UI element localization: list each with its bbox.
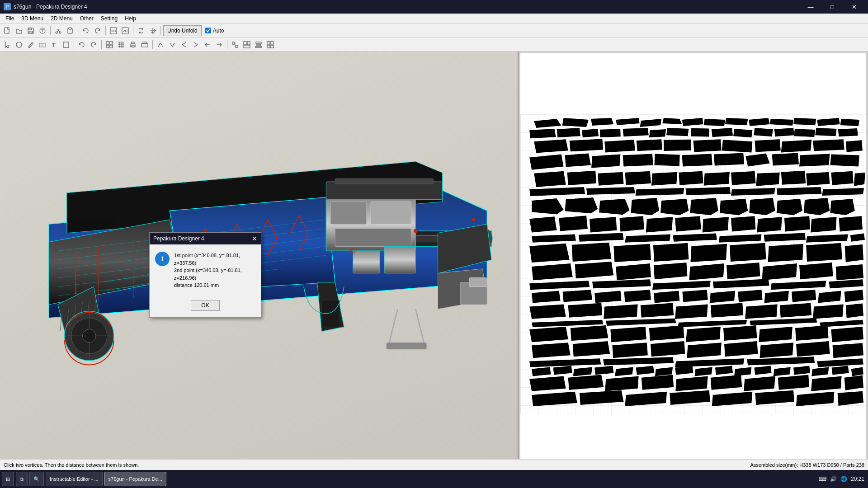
tb2-text[interactable]: T [49,39,60,50]
tb2-undo2[interactable] [76,39,87,50]
svg-marker-251 [813,305,843,319]
svg-rect-122 [600,129,621,137]
tb2-fold-right[interactable] [190,39,201,50]
tb2-arrow-left[interactable] [202,39,213,50]
tb2-arrange[interactable] [265,39,276,50]
2d-panel[interactable] [518,52,868,477]
svg-marker-249 [745,305,777,319]
status-right: Assembled size(mm): H338 W173 D950 / Par… [750,462,865,468]
dialog-close-button[interactable]: ✕ [252,235,257,242]
tb-new[interactable] [2,25,13,36]
menu-help[interactable]: Help [121,14,140,23]
dialog-footer: OK [150,296,261,317]
svg-marker-157 [567,171,596,185]
tb2-grid[interactable] [104,39,115,50]
svg-marker-244 [568,303,602,318]
tb2-arrow-right[interactable] [214,39,225,50]
tb2-redo2[interactable] [88,39,99,50]
tb-export[interactable] [37,25,48,36]
menu-3dmenu[interactable]: 3D Menu [18,14,47,23]
svg-marker-259 [571,325,609,341]
svg-marker-150 [682,154,712,166]
taskview-button[interactable]: ⧉ [16,472,28,486]
tb-cut[interactable] [53,25,64,36]
tb2-scale[interactable] [230,39,241,50]
svg-rect-35 [142,43,148,47]
dialog-body: i 1st point (x=340.08, y=-81.81, z=337.5… [150,244,261,296]
svg-marker-258 [529,327,568,342]
tb2-eraser[interactable] [37,39,48,50]
svg-marker-272 [724,341,758,357]
tb2-circle[interactable] [14,39,24,50]
svg-rect-45 [256,42,261,43]
tb-paste[interactable] [65,25,75,36]
svg-marker-158 [598,172,623,186]
svg-marker-148 [623,154,653,166]
svg-marker-211 [690,244,727,262]
auto-checkbox[interactable] [205,28,211,33]
tb2-multi-grid[interactable] [116,39,127,50]
tb2-pen[interactable] [25,39,36,50]
separator2 [78,26,78,35]
tb-rotate[interactable] [136,25,146,36]
tb2-print-all[interactable] [139,39,150,50]
dialog-title: Pepakura Designer 4 [153,235,204,242]
close-button[interactable]: ✕ [844,0,864,14]
svg-marker-127 [712,128,733,137]
menu-2dmenu[interactable]: 2D Menu [47,14,76,23]
menu-file[interactable]: File [2,14,18,23]
svg-marker-267 [532,343,571,358]
tb-save[interactable] [25,25,36,36]
svg-marker-154 [799,154,830,166]
tb-2d-view[interactable]: 2D [120,25,131,36]
svg-rect-36 [143,42,146,43]
tb2-box[interactable] [61,39,71,50]
svg-marker-196 [784,216,810,231]
separator5 [160,26,161,35]
taskbar-item-1[interactable]: s76gun - Pepakura De... [104,472,166,486]
network-icon: 🌐 [840,476,847,482]
tb2-fold-down[interactable] [167,39,178,50]
svg-marker-213 [768,244,804,262]
svg-marker-156 [534,171,566,187]
search-button[interactable]: 🔍 [29,472,44,486]
svg-marker-214 [806,243,842,262]
start-button[interactable]: ⊞ [2,472,14,486]
tb-undo[interactable] [80,25,91,36]
maximize-button[interactable]: □ [822,0,843,14]
svg-rect-39 [232,42,235,44]
svg-marker-165 [781,171,806,185]
tb-move[interactable] [147,25,158,36]
dialog-ok-button[interactable]: OK [191,300,220,311]
undo-unfold-button[interactable]: Undo Unfold [163,25,202,36]
svg-marker-146 [565,153,591,167]
tb2-parts[interactable] [241,39,252,50]
svg-marker-250 [780,303,811,318]
taskbar-item-0[interactable]: Instructable Editor - ... [46,472,103,486]
svg-marker-177 [565,197,598,213]
status-left: Click two vertices. Then the distance be… [4,462,139,468]
svg-marker-144 [846,140,863,152]
svg-marker-247 [675,305,708,319]
tb2-select[interactable] [2,39,13,50]
tb2-fold-left[interactable] [179,39,189,50]
tb2-fold-up[interactable] [155,39,166,50]
svg-rect-2 [29,28,32,30]
svg-marker-210 [653,243,689,262]
2d-panel-inner[interactable] [520,53,866,475]
3d-view[interactable]: Pepakura Designer 4 ✕ i 1st point (x=340… [0,52,518,477]
dialog-line3: distance 120.61 mm [174,282,255,289]
minimize-button[interactable]: — [800,0,821,14]
svg-point-92 [82,329,96,343]
svg-rect-42 [244,42,247,45]
tb-open[interactable] [14,25,24,36]
tb-3d-view[interactable]: 3D [108,25,119,36]
tb-redo[interactable] [92,25,103,36]
menu-other[interactable]: Other [76,14,97,23]
svg-text:3D: 3D [111,29,116,33]
tb2-printer[interactable] [127,39,138,50]
tb2-align[interactable] [253,39,264,50]
menu-setting[interactable]: Setting [97,14,121,23]
svg-rect-51 [271,45,274,48]
svg-marker-166 [806,172,830,186]
